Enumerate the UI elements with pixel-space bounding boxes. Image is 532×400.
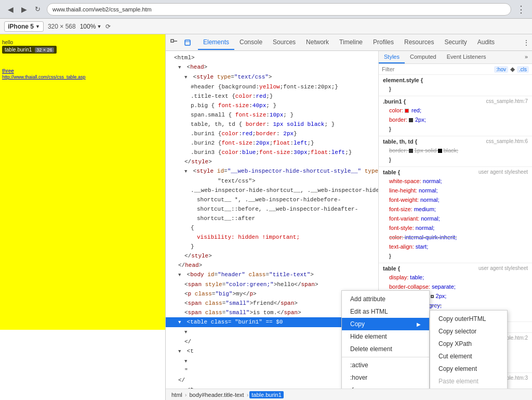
ua1-line-height: line-height: normal;: [383, 186, 528, 195]
burin1-border-rule: border: 2px;: [383, 115, 528, 124]
table-ua2-source: user agent stylesheet: [478, 265, 528, 271]
tooltip-selector: table.burin1: [5, 47, 32, 53]
html-line[interactable]: .burin1 {color:red;border: 2px}: [166, 129, 378, 138]
html-line[interactable]: ▼ <style type="text/css">: [166, 72, 378, 82]
html-line[interactable]: table, th, td { border: 1px solid black;…: [166, 120, 378, 129]
tab-sources[interactable]: Sources: [268, 35, 301, 50]
context-hover[interactable]: :hover: [342, 371, 429, 384]
devtools-more-button[interactable]: ⋮: [523, 38, 530, 47]
burin1-source: css_sample.htm:7: [486, 98, 528, 104]
element-style-close: }: [383, 84, 528, 94]
back-button[interactable]: ◀: [4, 3, 17, 16]
inspect-icon-btn[interactable]: [168, 36, 180, 49]
copy-submenu: Copy outerHTML Copy selector Copy XPath …: [430, 310, 508, 389]
html-line[interactable]: {: [166, 223, 378, 233]
html-line[interactable]: .burin3 {color:blue;font-size:30px;float…: [166, 148, 378, 157]
ua1-close: }: [383, 251, 528, 261]
table-ua1-source: user agent stylesheet: [478, 169, 528, 175]
context-focus[interactable]: :focus: [342, 384, 429, 389]
browser-menu-button[interactable]: ⋮: [514, 4, 528, 15]
context-menu-wrapper: Add attribute Edit as HTML Copy ▶ Hide e…: [341, 290, 508, 389]
tab-network[interactable]: Network: [301, 35, 334, 50]
hov-filter-tag[interactable]: :hov: [494, 66, 508, 73]
html-line[interactable]: </head>: [166, 261, 378, 270]
tab-security[interactable]: Security: [439, 35, 472, 50]
submenu-cut-element[interactable]: Cut element: [430, 350, 507, 363]
rotate-button[interactable]: ⟳: [105, 23, 111, 30]
html-line[interactable]: .burin2 {font-size:20px;float:left;}: [166, 138, 378, 148]
submenu-copy-selector[interactable]: Copy selector: [430, 325, 507, 338]
submenu-copy-outerhtml[interactable]: Copy outerHTML: [430, 313, 507, 325]
breadcrumb-sep-2: ›: [247, 392, 249, 398]
element-tooltip: table.burin1 32 × 26: [2, 46, 57, 54]
tab-console[interactable]: Console: [234, 35, 268, 50]
device-mode-icon-btn[interactable]: [181, 36, 194, 49]
dimension-display: 320 × 568: [48, 23, 76, 30]
html-line[interactable]: "text/css">: [166, 176, 378, 186]
burin1-style-block: css_sample.htm:7 .burin1 { color: red; b…: [379, 96, 532, 136]
address-bar[interactable]: [47, 3, 511, 16]
three-link: threehttp://www.thaiall.com/css/css_tabl…: [2, 68, 86, 80]
html-line[interactable]: visibility: hidden !important;: [166, 233, 378, 242]
tab-audits[interactable]: Audits: [472, 35, 500, 50]
color-swatch-icon[interactable]: ◆: [510, 66, 515, 73]
context-hide-element[interactable]: Hide element: [342, 330, 429, 343]
breadcrumb-table[interactable]: table.burin1: [249, 391, 284, 398]
html-line[interactable]: ▼ <style id="__web-inspector-hide-shortc…: [166, 166, 378, 176]
html-line[interactable]: span.small { font-size:10px; }: [166, 110, 378, 120]
html-line[interactable]: }: [166, 242, 378, 251]
html-line[interactable]: #header {background:yellow;font-size:20p…: [166, 82, 378, 92]
html-line[interactable]: p.big { font-size:40px; }: [166, 101, 378, 110]
style-tab-event-listeners[interactable]: Event Listeners: [442, 51, 491, 63]
styles-filter-input[interactable]: [382, 66, 492, 72]
table-source: css_sample.htm:6: [486, 138, 528, 144]
tab-elements[interactable]: Elements: [198, 35, 234, 50]
context-copy[interactable]: Copy ▶: [342, 318, 429, 330]
element-style-block: element.style { }: [379, 75, 532, 96]
html-line[interactable]: shortcut__ *, .__web-inspector-hidebefor…: [166, 195, 378, 204]
zoom-selector[interactable]: 100% ▼: [80, 23, 102, 30]
html-line[interactable]: <html>: [166, 53, 378, 62]
html-line[interactable]: ▼ <head>: [166, 62, 378, 72]
submenu-copy-xpath[interactable]: Copy XPath: [430, 338, 507, 350]
forward-button[interactable]: ▶: [18, 3, 30, 16]
copy-submenu-arrow: ▶: [417, 321, 421, 327]
submenu-copy-element[interactable]: Copy element: [430, 363, 507, 375]
context-edit-as-html[interactable]: Edit as HTML: [342, 305, 429, 318]
styles-more-icon[interactable]: »: [521, 51, 532, 63]
html-line[interactable]: .__web-inspector-hide-shortcut__, .__web…: [166, 186, 378, 195]
border-swatch: [409, 118, 413, 122]
reload-button[interactable]: ↻: [31, 3, 44, 16]
cls-filter-tag[interactable]: .cls: [517, 66, 529, 73]
html-line[interactable]: <span style="color:green;">hello</span>: [166, 280, 378, 289]
style-tab-computed[interactable]: Computed: [405, 51, 442, 63]
context-active[interactable]: :active: [342, 359, 429, 371]
tab-profiles[interactable]: Profiles: [368, 35, 399, 50]
ua1-white-space: white-space: normal;: [383, 176, 528, 186]
submenu-paste-element[interactable]: Paste element: [430, 375, 507, 388]
context-separator-1: [342, 357, 429, 357]
breadcrumb-body[interactable]: body#header.title-text: [188, 392, 245, 398]
tab-timeline[interactable]: Timeline: [334, 35, 368, 50]
context-add-attribute[interactable]: Add attribute: [342, 293, 429, 305]
tooltip-size: 32 × 26: [35, 47, 54, 53]
html-line[interactable]: ▼ <body id="header" class="title-text">: [166, 270, 378, 280]
html-line[interactable]: shortcut__::after: [166, 214, 378, 223]
ua1-font-style: font-style: normal;: [383, 223, 528, 233]
ua1-font-weight: font-weight: normal;: [383, 195, 528, 204]
html-line[interactable]: .title-text {color:red;}: [166, 92, 378, 101]
breadcrumb-sep-1: ›: [185, 392, 187, 398]
breadcrumb-html[interactable]: html: [170, 392, 184, 398]
html-line[interactable]: shortcut__::before, .__web-inspector-hid…: [166, 204, 378, 214]
style-tab-styles[interactable]: Styles: [379, 51, 405, 63]
html-line[interactable]: </style>: [166, 251, 378, 261]
device-selector[interactable]: iPhone 5 ▼: [4, 21, 44, 32]
context-delete-element[interactable]: Delete element: [342, 343, 429, 355]
hello-label: hello: [2, 40, 13, 45]
context-menu: Add attribute Edit as HTML Copy ▶ Hide e…: [341, 290, 430, 389]
page-preview: hello table.burin1 32 × 26 threehttp://w…: [0, 34, 166, 330]
styles-tabbar: Styles Computed Event Listeners »: [379, 51, 532, 64]
tab-resources[interactable]: Resources: [399, 35, 439, 50]
color-swatch-red: [405, 109, 409, 113]
html-line[interactable]: </style>: [166, 157, 378, 166]
